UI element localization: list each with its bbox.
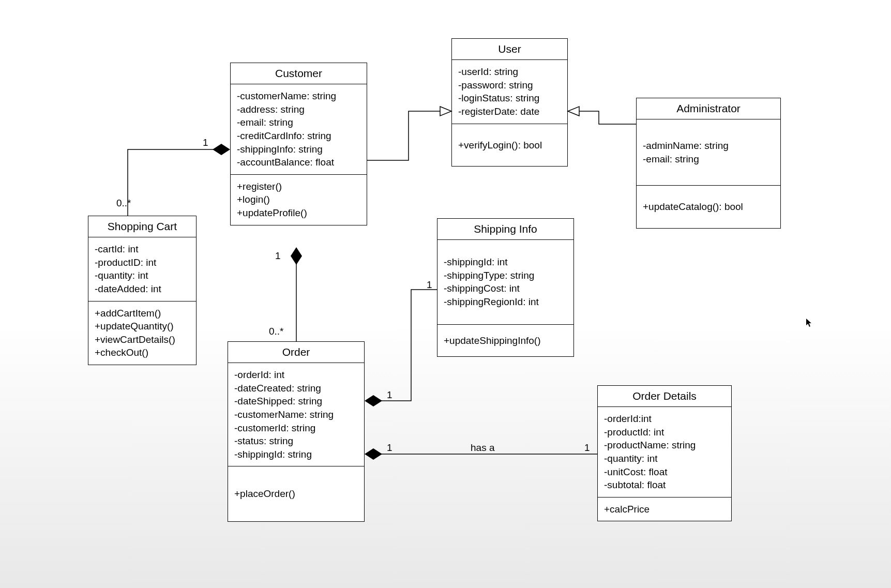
class-order-details-title: Order Details bbox=[598, 386, 731, 407]
class-shopping-cart-operations: +addCartItem() +updateQuantity() +viewCa… bbox=[88, 301, 196, 365]
op: +addCartItem() bbox=[95, 307, 190, 320]
class-user-operations: +verifyLogin(): bool bbox=[452, 124, 567, 167]
class-shopping-cart-title: Shopping Cart bbox=[88, 216, 196, 237]
attr: -dateShipped: string bbox=[234, 395, 358, 408]
attr: -address: string bbox=[237, 103, 360, 116]
class-user-attributes: -userId: string -password: string -login… bbox=[452, 60, 567, 124]
op: +updateQuantity() bbox=[95, 320, 190, 333]
class-shopping-cart: Shopping Cart -cartId: int -productID: i… bbox=[88, 216, 197, 365]
mult-order-det-far: 1 bbox=[584, 442, 590, 454]
op: +viewCartDetails() bbox=[95, 333, 190, 346]
class-customer: Customer -customerName: string -address:… bbox=[230, 63, 367, 225]
op: +placeOrder() bbox=[234, 487, 358, 501]
class-user: User -userId: string -password: string -… bbox=[451, 38, 568, 167]
attr: -accountBalance: float bbox=[237, 156, 360, 169]
class-administrator-attributes: -adminName: string -email: string bbox=[637, 119, 780, 186]
attr: -customerName: string bbox=[237, 89, 360, 103]
attr: -dateCreated: string bbox=[234, 382, 358, 395]
attr: -unitCost: float bbox=[604, 465, 725, 479]
op: +updateShippingInfo() bbox=[444, 334, 567, 348]
class-administrator-title: Administrator bbox=[637, 98, 780, 119]
attr: -subtotal: float bbox=[604, 478, 725, 492]
attr: -quantity: int bbox=[95, 269, 190, 282]
class-order-attributes: -orderId: int -dateCreated: string -date… bbox=[228, 363, 364, 466]
attr: -cartId: int bbox=[95, 243, 190, 256]
composition-diamond-icon bbox=[291, 247, 302, 265]
class-order-details-operations: +calcPrice bbox=[598, 497, 731, 521]
op: +login() bbox=[237, 193, 360, 206]
mult-customer-order-0star: 0..* bbox=[269, 326, 284, 337]
class-order-title: Order bbox=[228, 342, 364, 363]
class-administrator: Administrator -adminName: string -email:… bbox=[636, 98, 781, 229]
attr: -dateAdded: int bbox=[95, 282, 190, 296]
attr: -orderId: int bbox=[234, 368, 358, 382]
attr: -orderId:int bbox=[604, 412, 725, 426]
attr: -registerDate: date bbox=[458, 105, 561, 118]
attr: -productId: int bbox=[604, 426, 725, 439]
attr: -email: string bbox=[643, 153, 774, 166]
class-shipping-info: Shipping Info -shippingId: int -shipping… bbox=[437, 218, 574, 357]
attr: -shippingRegionId: int bbox=[444, 295, 567, 309]
class-shopping-cart-attributes: -cartId: int -productID: int -quantity: … bbox=[88, 237, 196, 301]
class-order-operations: +placeOrder() bbox=[228, 466, 364, 521]
attr: -shippingInfo: string bbox=[237, 143, 360, 156]
mouse-cursor-icon bbox=[806, 318, 813, 329]
attr: -productID: int bbox=[95, 256, 190, 269]
composition-diamond-icon bbox=[213, 144, 230, 155]
rel-label-hasa: has a bbox=[471, 442, 494, 454]
class-order-details-attributes: -orderId:int -productId: int -productNam… bbox=[598, 407, 731, 497]
attr: -email: string bbox=[237, 116, 360, 129]
mult-customer-cart-0star: 0..* bbox=[116, 198, 131, 209]
class-shipping-info-operations: +updateShippingInfo() bbox=[437, 325, 573, 357]
class-user-title: User bbox=[452, 39, 567, 60]
class-order: Order -orderId: int -dateCreated: string… bbox=[228, 341, 365, 522]
rel-order-composes-shippinginfo bbox=[365, 290, 437, 406]
class-customer-attributes: -customerName: string -address: string -… bbox=[231, 84, 367, 175]
op: +updateCatalog(): bool bbox=[643, 200, 774, 214]
op: +calcPrice bbox=[604, 503, 725, 516]
mult-customer-cart-1: 1 bbox=[203, 137, 208, 148]
class-shipping-info-title: Shipping Info bbox=[437, 219, 573, 240]
rel-customer-generalizes-user bbox=[367, 111, 451, 160]
rel-customer-composes-order bbox=[291, 247, 302, 341]
op: +verifyLogin(): bool bbox=[458, 139, 561, 152]
attr: -quantity: int bbox=[604, 452, 725, 465]
mult-order-ship-near: 1 bbox=[387, 389, 392, 401]
class-customer-title: Customer bbox=[231, 63, 367, 84]
attr: -loginStatus: string bbox=[458, 92, 561, 105]
attr: -productName: string bbox=[604, 439, 725, 452]
mult-customer-order-1: 1 bbox=[275, 250, 281, 262]
attr: -shippingCost: int bbox=[444, 282, 567, 295]
attr: -adminName: string bbox=[643, 139, 774, 153]
attr: -customerName: string bbox=[234, 408, 358, 421]
attr: -password: string bbox=[458, 79, 561, 92]
attr: -customerId: string bbox=[234, 421, 358, 435]
attr: -userId: string bbox=[458, 65, 561, 79]
rel-administrator-generalizes-user bbox=[568, 111, 636, 124]
class-administrator-operations: +updateCatalog(): bool bbox=[637, 186, 780, 228]
class-order-details: Order Details -orderId:int -productId: i… bbox=[597, 385, 732, 521]
attr: -shippingId: string bbox=[234, 448, 358, 461]
composition-diamond-icon bbox=[365, 395, 382, 406]
attr: -status: string bbox=[234, 434, 358, 448]
op: +checkOut() bbox=[95, 346, 190, 359]
rel-customer-composes-shoppingcart bbox=[128, 144, 230, 216]
attr: -creditCardInfo: string bbox=[237, 129, 360, 143]
mult-order-ship-far: 1 bbox=[427, 279, 432, 291]
attr: -shippingId: int bbox=[444, 255, 567, 269]
class-customer-operations: +register() +login() +updateProfile() bbox=[231, 175, 367, 225]
class-shipping-info-attributes: -shippingId: int -shippingType: string -… bbox=[437, 240, 573, 325]
mult-order-det-near: 1 bbox=[387, 442, 392, 454]
composition-diamond-icon bbox=[365, 448, 382, 460]
op: +updateProfile() bbox=[237, 206, 360, 220]
op: +register() bbox=[237, 180, 360, 193]
attr: -shippingType: string bbox=[444, 269, 567, 282]
